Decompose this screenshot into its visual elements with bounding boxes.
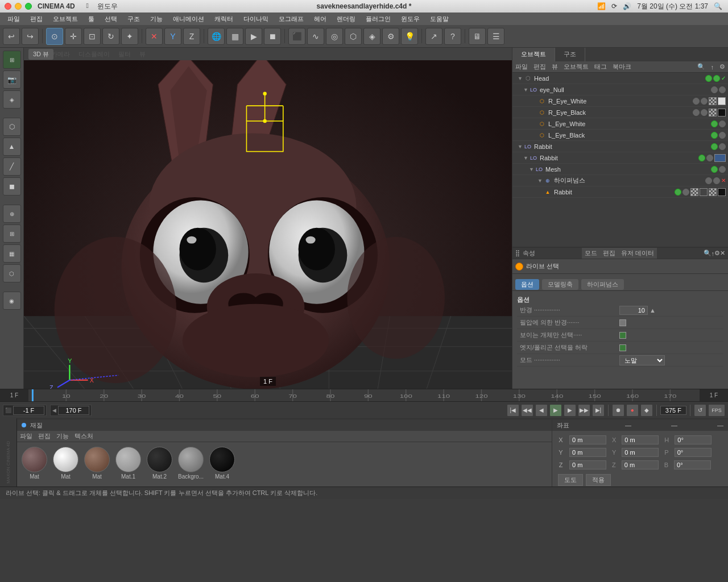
tab-objects[interactable]: 오브젝트 (512, 48, 555, 61)
goto-start-btn[interactable]: |◀ (507, 404, 519, 417)
obj-eye-null[interactable]: ▼ LO eye_Null (512, 84, 728, 95)
expand-icon[interactable]: ▼ (529, 167, 535, 172)
menu-window[interactable]: 윈도우 (396, 14, 424, 24)
undo-button[interactable]: ↩ (3, 28, 20, 45)
attr-settings[interactable]: ⚙ (714, 250, 720, 257)
obj-rabbit-parent[interactable]: ▼ LO Rabbit (512, 141, 728, 152)
coord-z-pos[interactable] (569, 460, 606, 469)
obj-head[interactable]: ▼ ⬡ Head ✓ (512, 73, 728, 84)
menu-function[interactable]: 기능 (146, 14, 167, 24)
menu-render[interactable]: 렌더링 (332, 14, 360, 24)
visibility-dot[interactable] (698, 155, 705, 161)
attr-edge-checkbox[interactable] (619, 344, 626, 351)
stop-button[interactable]: ✕ (146, 28, 163, 45)
menu-select[interactable]: 선택 (100, 14, 122, 24)
coord-z-rot[interactable] (622, 460, 659, 469)
coord-x-pos[interactable] (569, 435, 606, 444)
menu-mograph[interactable]: 모그래프 (274, 14, 308, 24)
mm-texture[interactable]: 텍스처 (75, 432, 93, 440)
menu-structure[interactable]: 구조 (123, 14, 144, 24)
menu-file[interactable]: 파일 (3, 14, 24, 24)
z-axis-button[interactable]: Z (183, 28, 200, 45)
obj-rabbit-child[interactable]: ▼ LO Rabbit (512, 152, 728, 164)
scale-tool[interactable]: ⊡ (84, 28, 101, 45)
start-frame-input[interactable] (13, 406, 44, 415)
render-dot[interactable] (682, 189, 689, 196)
visibility-dot[interactable] (711, 132, 718, 139)
model-mode[interactable]: ⬡ (3, 118, 21, 136)
render-region[interactable]: ▦ (226, 28, 243, 45)
menu-help[interactable]: 도움말 (425, 14, 453, 24)
coord-y-rot[interactable] (622, 448, 659, 457)
om-edit[interactable]: 편집 (533, 63, 546, 71)
move-object[interactable]: ↗ (425, 28, 442, 45)
prev-key-btn[interactable]: ◀ (535, 404, 548, 417)
mat3[interactable] (709, 188, 717, 196)
om-object[interactable]: 오브젝트 (564, 63, 589, 71)
tab-options[interactable]: 옵션 (515, 279, 539, 290)
coord-x-size[interactable] (675, 435, 712, 444)
menu-character[interactable]: 캐릭터 (210, 14, 238, 24)
mat-item-4[interactable]: Mat.1 (115, 447, 141, 480)
mat-item-5[interactable]: Mat.2 (147, 447, 172, 480)
mat1[interactable] (690, 188, 698, 196)
viewport-mode[interactable]: ⊞ (3, 51, 21, 69)
goto-end-btn[interactable]: ▶| (592, 404, 605, 417)
coord-x-rot[interactable] (622, 435, 659, 444)
visibility-dot[interactable] (705, 75, 712, 82)
align-btn[interactable]: ⊞ (3, 225, 21, 243)
expand-icon[interactable]: ▼ (523, 87, 529, 93)
obj-hypernurbs[interactable]: ▼ ⊕ 하이퍼넘스 ✕ (512, 175, 728, 186)
mm-edit[interactable]: 편집 (38, 432, 51, 440)
render-dot[interactable] (706, 155, 713, 161)
visibility-dot[interactable] (711, 120, 718, 127)
close-button[interactable] (5, 3, 11, 10)
keyframe-btn[interactable]: ◆ (640, 404, 653, 417)
attr-radius-stepper[interactable]: ▲ (650, 307, 656, 314)
tab-modeling[interactable]: 모델링축 (542, 279, 578, 290)
camera-tool[interactable]: ⚙ (382, 28, 399, 45)
render-dot[interactable] (701, 98, 708, 105)
expand-icon[interactable]: ▼ (523, 155, 529, 161)
y-axis-button[interactable]: Y (164, 28, 181, 45)
next-frame-btn[interactable]: ▶▶ (578, 404, 590, 417)
attr-radius-input[interactable] (619, 306, 648, 315)
menu-tools[interactable]: 툴 (84, 14, 99, 24)
expand-icon[interactable]: ▼ (518, 144, 523, 149)
menu-plugin[interactable]: 플러그인 (361, 14, 395, 24)
om-up[interactable]: ↑ (711, 64, 714, 70)
obj-l-eye-black[interactable]: ⬡ L_Eye_Black (512, 130, 728, 141)
apply-btn[interactable]: 적용 (586, 474, 611, 486)
light-tool[interactable]: 💡 (401, 28, 418, 45)
visibility-dot[interactable] (675, 189, 681, 196)
minimize-button[interactable] (15, 3, 22, 10)
coord-y-pos[interactable] (569, 448, 606, 457)
menu-edit[interactable]: 편집 (26, 14, 47, 24)
coord-z-size[interactable] (674, 460, 711, 469)
display-btn[interactable]: ◈ (3, 90, 21, 109)
visibility-dot[interactable] (693, 98, 700, 105)
material-blue[interactable] (714, 154, 726, 162)
attr-visible-checkbox[interactable] (619, 332, 626, 339)
extra-btn[interactable]: ☰ (487, 28, 504, 45)
end-frame-input[interactable] (58, 406, 89, 415)
poly-mode[interactable]: ◼ (3, 177, 21, 196)
menu-hair[interactable]: 헤어 (309, 14, 331, 24)
visibility-dot[interactable] (711, 166, 718, 173)
render-dot[interactable] (713, 75, 720, 82)
mat-item-1[interactable]: Mat (22, 447, 47, 480)
material-white[interactable] (718, 97, 726, 105)
render-dot[interactable] (701, 109, 708, 116)
obj-r-eye-black[interactable]: ⬡ R_Eye_Black (512, 107, 728, 118)
deform-tool[interactable]: ⬡ (345, 28, 362, 45)
expand-icon[interactable]: ▼ (518, 76, 523, 81)
move-tool[interactable]: ✛ (65, 28, 82, 45)
cube-tool[interactable]: ⬛ (288, 28, 305, 45)
obj-r-eye-white[interactable]: ⬡ R_Eye_White (512, 95, 728, 107)
expand-icon[interactable]: ▼ (537, 178, 543, 184)
render-active[interactable]: ▶ (245, 28, 262, 45)
mat-item-3[interactable]: Mat (84, 447, 110, 480)
attr-mode-select[interactable]: 노말 (619, 355, 665, 365)
om-tag[interactable]: 태그 (594, 63, 607, 71)
sym-btn[interactable]: ⬡ (3, 264, 21, 282)
